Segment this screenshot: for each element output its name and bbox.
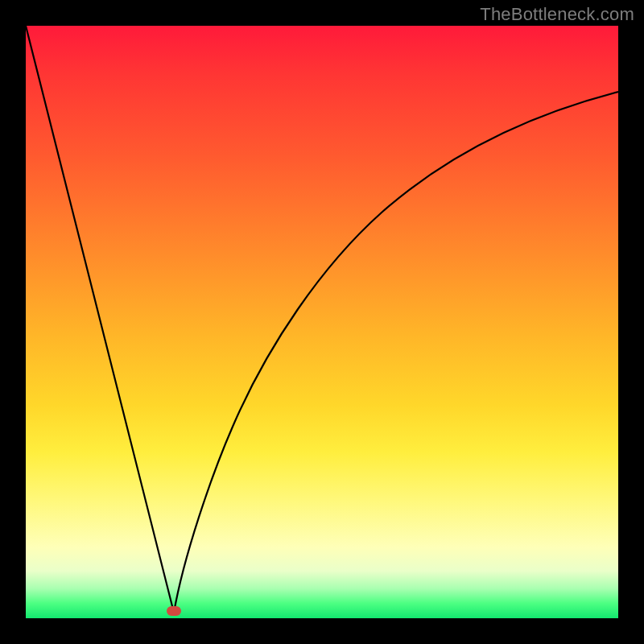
bottleneck-curve (26, 26, 618, 618)
plot-area (26, 26, 618, 618)
credit-text: TheBottleneck.com (480, 4, 634, 25)
chart-container: TheBottleneck.com (0, 0, 644, 644)
optimal-point-marker (167, 606, 181, 616)
curve-path (26, 26, 618, 613)
